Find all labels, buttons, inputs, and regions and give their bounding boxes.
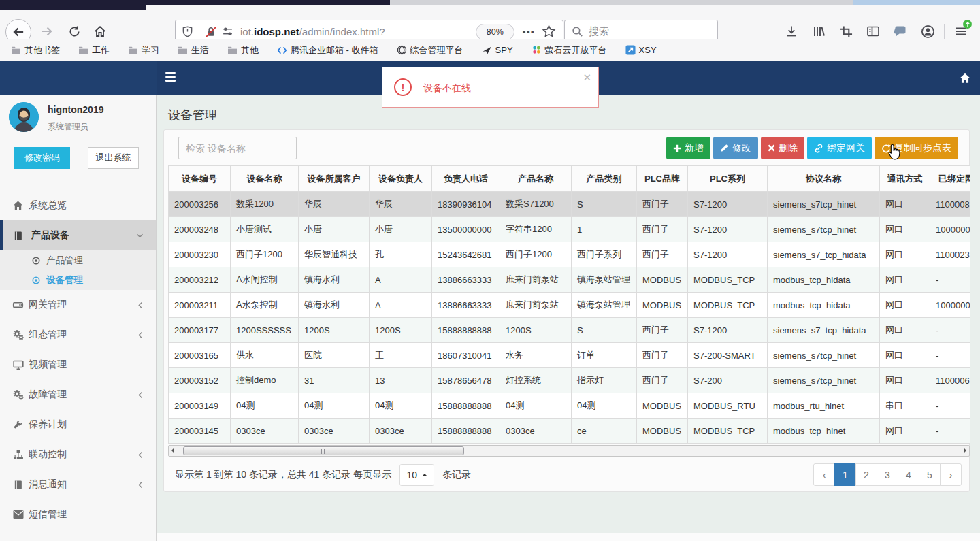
table-cell: 1200S bbox=[500, 318, 572, 343]
table-cell: 200003211 bbox=[169, 293, 231, 318]
change-password-button[interactable]: 修改密码 bbox=[14, 147, 70, 169]
sidebar-subitem-设备管理[interactable]: 设备管理 bbox=[0, 270, 156, 290]
bookmark-item[interactable]: 萤石云开放平台 bbox=[532, 44, 607, 56]
page-bottom-strip bbox=[157, 533, 980, 541]
table-cell: - bbox=[930, 393, 970, 419]
column-header: 设备编号 bbox=[169, 166, 231, 192]
header-home-icon[interactable] bbox=[959, 72, 971, 84]
device-search-input[interactable] bbox=[178, 137, 297, 159]
bookmark-item[interactable]: 腾讯企业邮箱 - 收件箱 bbox=[277, 44, 378, 56]
permissions-icon[interactable] bbox=[222, 26, 233, 37]
scroll-left-arrow[interactable] bbox=[172, 448, 174, 453]
bookmark-label: SPY bbox=[495, 45, 513, 55]
table-row[interactable]: 200003248小唐测试小唐小唐13500000000字符串12001西门子S… bbox=[169, 217, 970, 242]
table-row[interactable]: 20000314904测04测04测1588888888804测04测MODBU… bbox=[169, 393, 970, 419]
sidebar-item-系统总览[interactable]: 系统总览 bbox=[0, 191, 156, 220]
sidebar-item-label: 联动控制 bbox=[29, 448, 67, 461]
page-button-2[interactable]: 2 bbox=[855, 463, 877, 486]
logout-button[interactable]: 退出系统 bbox=[88, 147, 139, 169]
horizontal-scrollbar[interactable] bbox=[168, 445, 970, 457]
sidebar-item-故障管理[interactable]: 故障管理 bbox=[0, 380, 156, 410]
bookmark-label: 其他书签 bbox=[24, 44, 60, 56]
sidebar-item-保养计划[interactable]: 保养计划 bbox=[0, 410, 156, 440]
page-button-4[interactable]: 4 bbox=[898, 463, 919, 486]
toolbar-button-删除[interactable]: 删除 bbox=[761, 137, 804, 159]
page-size-select[interactable]: 10 bbox=[399, 464, 434, 486]
sidebar-item-视频管理[interactable]: 视频管理 bbox=[0, 350, 156, 380]
table-cell: siemens_s7_tcp_hidata bbox=[768, 242, 880, 267]
table-row[interactable]: 200003152控制demo311315878656478灯控系统指示灯西门子… bbox=[169, 368, 970, 393]
sidebar-item-联动控制[interactable]: 联动控制 bbox=[0, 440, 156, 470]
bookmark-item[interactable]: SPY bbox=[482, 45, 513, 55]
page-button-1[interactable]: 1 bbox=[834, 463, 856, 486]
chevron-left-icon bbox=[137, 451, 144, 459]
bookmark-item[interactable]: 其他书签 bbox=[11, 44, 60, 56]
toolbar-button-修改[interactable]: 修改 bbox=[713, 137, 758, 159]
alert-close-icon[interactable]: ✕ bbox=[583, 71, 591, 84]
table-cell: 西门子 bbox=[637, 192, 688, 217]
table-cell: 1100006 bbox=[930, 368, 970, 393]
bookmark-item[interactable]: 综合管理平台 bbox=[397, 44, 463, 56]
scroll-right-arrow[interactable] bbox=[964, 448, 966, 453]
table-row[interactable]: 200003256数采1200华辰华辰18390936104数采S71200S西… bbox=[169, 192, 970, 217]
sidebar-item-label: 视频管理 bbox=[29, 359, 67, 371]
table-cell: modbus_tcp_hinet bbox=[768, 419, 880, 444]
page-button-3[interactable]: 3 bbox=[877, 463, 898, 486]
active-tab-edge bbox=[0, 0, 146, 10]
toolbar-button-绑定网关[interactable]: 绑定网关 bbox=[807, 137, 872, 159]
sidebar-item-label: 系统总览 bbox=[29, 199, 67, 212]
sidebar-collapse-button[interactable] bbox=[165, 71, 182, 86]
bookmark-item[interactable]: 生活 bbox=[178, 44, 209, 56]
cogs-icon bbox=[12, 329, 24, 341]
scrollbar-thumb[interactable] bbox=[183, 446, 464, 455]
table-cell: 13500000000 bbox=[432, 217, 500, 242]
table-cell: - bbox=[930, 318, 970, 343]
table-cell: 31 bbox=[299, 368, 370, 393]
table-row[interactable]: 2000031771200SSSSSS1200S1200S15888888888… bbox=[169, 318, 970, 343]
table-cell: modbus_tcp_hidata bbox=[768, 293, 880, 318]
table-cell: MODBUS bbox=[637, 293, 688, 318]
device-table: 设备编号设备名称设备所属客户设备负责人负责人电话产品名称产品类别PLC品牌PLC… bbox=[168, 165, 970, 444]
table-cell: 医院 bbox=[299, 343, 370, 368]
alert-icon: ! bbox=[394, 78, 412, 96]
sidebar-item-短信管理[interactable]: 短信管理 bbox=[0, 499, 156, 529]
shield-icon[interactable] bbox=[182, 26, 193, 37]
page-button-5[interactable]: 5 bbox=[919, 463, 941, 486]
sidebar-item-label: 网关管理 bbox=[29, 299, 67, 311]
table-cell: 网口 bbox=[880, 419, 930, 444]
page-button-‹[interactable]: ‹ bbox=[813, 463, 835, 486]
bookmark-item[interactable]: 其他 bbox=[227, 44, 259, 56]
page-actions-icon[interactable]: ••• bbox=[523, 27, 535, 37]
sidebar-item-产品设备[interactable]: 产品设备 bbox=[0, 220, 156, 250]
toolbar-button-新增[interactable]: 新增 bbox=[666, 137, 710, 159]
bookmark-star-icon[interactable] bbox=[542, 24, 556, 39]
table-cell: 0303ce bbox=[370, 419, 432, 444]
column-header: PLC品牌 bbox=[637, 166, 688, 192]
column-header: PLC系列 bbox=[688, 166, 768, 192]
monitor-icon bbox=[12, 359, 24, 371]
bookmark-item[interactable]: 工作 bbox=[78, 44, 110, 56]
avatar[interactable] bbox=[9, 102, 39, 132]
table-cell: siemens_s7_tcp_hidata bbox=[768, 318, 880, 343]
user-name: hignton2019 bbox=[48, 104, 103, 115]
bookmark-item[interactable]: XSY bbox=[625, 45, 657, 55]
page-button-›[interactable]: › bbox=[940, 463, 962, 486]
sidebar-item-网关管理[interactable]: 网关管理 bbox=[0, 290, 156, 320]
table-row[interactable]: 2000031450303ce0303ce0303ce1588888888803… bbox=[169, 419, 970, 444]
zoom-level-badge[interactable]: 80% bbox=[476, 24, 514, 40]
insecure-lock-icon[interactable] bbox=[205, 26, 217, 38]
sidebar-item-组态管理[interactable]: 组态管理 bbox=[0, 320, 156, 350]
table-row[interactable]: 200003212A水闸控制镇海水利A13886663333庶来门前泵站镇海泵站… bbox=[169, 267, 970, 293]
table-row[interactable]: 200003165供水医院王18607310041水务订单西门子S7-200-S… bbox=[169, 343, 970, 368]
toolbar-button-label: 新增 bbox=[685, 142, 704, 154]
table-cell: 网口 bbox=[880, 217, 930, 242]
bookmark-label: 其他 bbox=[241, 44, 259, 56]
bookmark-item[interactable]: 学习 bbox=[128, 44, 159, 56]
sidebar-item-消息通知[interactable]: 消息通知 bbox=[0, 470, 156, 499]
table-row[interactable]: 200003211A水泵控制镇海水利A13886663333庶来门前泵站镇海泵站… bbox=[169, 293, 970, 318]
table-cell: 200003165 bbox=[169, 343, 231, 368]
table-cell: S7-1200 bbox=[688, 242, 768, 267]
table-row[interactable]: 200003230西门子1200华辰智通科技孔15243642681西门子120… bbox=[169, 242, 970, 267]
sidebar-subitem-产品管理[interactable]: 产品管理 bbox=[0, 250, 156, 270]
table-cell: 镇海水利 bbox=[299, 267, 370, 293]
